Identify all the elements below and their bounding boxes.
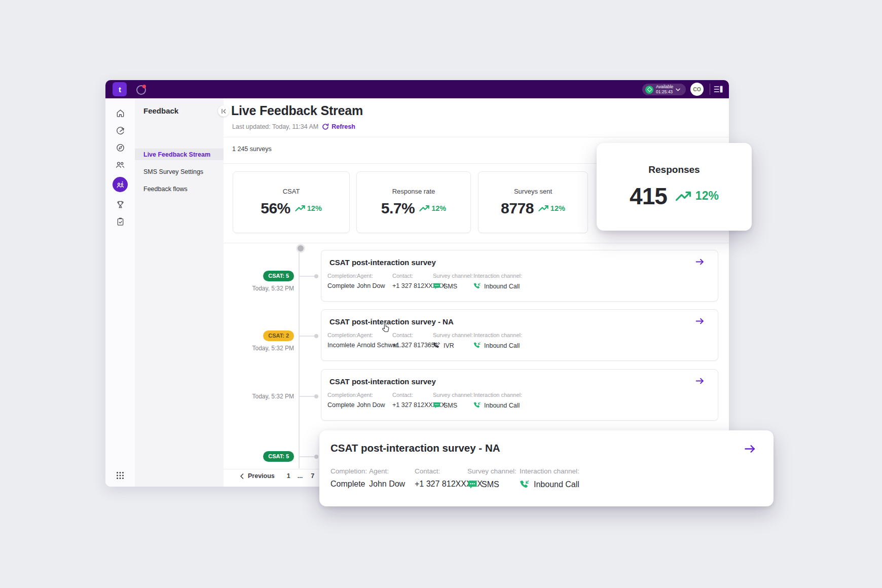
survey-card-title: CSAT post-interaction survey — [329, 258, 436, 267]
timeline-time: Today, 5:32 PM — [234, 285, 294, 292]
field-label: Completion: — [327, 273, 357, 279]
field-label: Contact: — [392, 332, 438, 338]
stat-card-surveys-sent[interactable]: Surveys sent 8778 12% — [478, 171, 588, 233]
field-value: John Dow — [357, 282, 385, 289]
panel-menu-icon[interactable] — [714, 85, 723, 93]
timeline-start-dot — [296, 244, 305, 253]
field-value: +1 327 8173651 — [392, 342, 438, 349]
field-value: IVR — [444, 342, 454, 349]
stat-trend: 12% — [307, 204, 322, 212]
field-value: Complete — [327, 282, 357, 289]
field-label: Survey channel: — [467, 467, 517, 475]
avatar[interactable]: CO — [690, 83, 704, 96]
field-value: SMS — [482, 480, 499, 489]
stats-divider — [224, 243, 729, 243]
nav-item-sms-survey-settings[interactable]: SMS Survey Settings — [135, 166, 224, 177]
survey-card[interactable]: CSAT post-interaction survey Completion:… — [321, 369, 718, 421]
field-agent: Agent: John Dow — [369, 467, 405, 489]
previous-label: Previous — [248, 472, 275, 480]
field-value: Complete — [327, 401, 357, 409]
previous-page-button[interactable]: Previous — [240, 472, 275, 480]
feedback-icon[interactable] — [113, 177, 128, 192]
clipboard-icon[interactable] — [115, 216, 125, 227]
field-value: John Dow — [357, 401, 385, 409]
timeline-entry: CSAT: 5 — [234, 451, 294, 462]
field-value: Inbound Call — [484, 283, 520, 290]
status-pill[interactable]: Available 01:25:43 — [642, 84, 686, 95]
stat-trend: 12% — [550, 204, 565, 212]
stat-card-response-rate[interactable]: Response rate 5.7% 12% — [356, 171, 471, 233]
arrow-right-icon[interactable] — [744, 443, 756, 455]
stat-card-responses[interactable]: Responses 415 12% — [597, 143, 752, 231]
status-diamond-icon — [645, 86, 653, 94]
sms-icon — [433, 282, 440, 290]
arrow-right-icon[interactable] — [695, 257, 705, 267]
field-contact: Contact: +1 327 8173651 — [392, 332, 438, 349]
stat-value: 8778 — [501, 200, 534, 217]
status-label: Available — [656, 84, 673, 89]
field-value: Inbound Call — [484, 402, 520, 409]
stat-trend: 12% — [695, 189, 719, 203]
trend-up-icon — [295, 205, 305, 212]
field-value: SMS — [444, 402, 457, 409]
timeline-connector-dot — [314, 334, 318, 338]
field-interaction-channel: Interaction channel: Inbound Call — [520, 467, 579, 490]
field-survey-channel: Survey channel: SMS — [467, 467, 517, 490]
refresh-label: Refresh — [332, 123, 355, 130]
header-divider — [224, 137, 729, 137]
stat-card-csat[interactable]: CSAT 56% 12% — [233, 171, 350, 233]
survey-card[interactable]: CSAT post-interaction survey - NA Comple… — [321, 309, 718, 361]
field-value: SMS — [444, 283, 457, 290]
dashboard-icon[interactable] — [115, 125, 125, 135]
nav-item-live-feedback-stream[interactable]: Live Feedback Stream — [135, 149, 224, 160]
last-updated-row: Last updated: Today, 11:34 AM Refresh — [232, 123, 355, 130]
compass-icon[interactable] — [115, 142, 125, 153]
surveys-count: 1 245 surveys — [232, 145, 272, 153]
field-label: Completion: — [327, 332, 357, 338]
field-label: Agent: — [357, 392, 385, 398]
ivr-phone-icon — [433, 342, 440, 349]
talkdesk-logo[interactable]: t — [113, 82, 127, 96]
timeline-time: Today, 5:32 PM — [234, 393, 294, 400]
inbound-call-icon — [473, 282, 481, 290]
timeline-connector-dot — [314, 394, 318, 398]
field-agent: Agent: John Dow — [357, 273, 385, 289]
cursor-pointer-icon — [381, 322, 390, 333]
field-completion: Completion: Complete — [330, 467, 367, 489]
logo-text: t — [119, 85, 121, 94]
field-agent: Agent: John Dow — [357, 392, 385, 409]
page-title: Live Feedback Stream — [231, 103, 363, 118]
nav-item-feedback-flows[interactable]: Feedback flows — [135, 183, 224, 195]
field-survey-channel: Survey channel: SMS — [433, 273, 473, 290]
arrow-right-icon[interactable] — [695, 316, 705, 326]
collapse-panel-icon[interactable] — [218, 105, 229, 117]
nav-panel-title: Feedback — [143, 106, 178, 115]
contacts-icon[interactable] — [115, 160, 125, 170]
home-icon[interactable] — [115, 108, 125, 118]
stat-trend: 12% — [431, 204, 446, 212]
field-interaction-channel: Interaction channel: Inbound Call — [473, 392, 522, 409]
field-label: Interaction channel: — [473, 273, 522, 279]
sms-icon — [433, 401, 440, 409]
arrow-right-icon[interactable] — [695, 376, 705, 386]
field-label: Survey channel: — [433, 273, 473, 279]
icon-rail — [105, 98, 135, 487]
field-survey-channel: Survey channel: SMS — [433, 392, 473, 409]
stat-label: CSAT — [283, 188, 300, 195]
trophy-icon[interactable] — [115, 199, 125, 209]
survey-card-title: CSAT post-interaction survey — [329, 377, 436, 386]
field-value: Incomlete — [327, 342, 357, 349]
field-interaction-channel: Interaction channel: Inbound Call — [473, 273, 522, 290]
field-label: Completion: — [327, 392, 357, 398]
survey-card[interactable]: CSAT post-interaction survey Completion:… — [321, 250, 718, 302]
refresh-button[interactable]: Refresh — [322, 123, 355, 130]
chevron-left-icon — [240, 473, 244, 479]
nav-panel: Feedback Live Feedback Stream SMS Survey… — [135, 98, 224, 487]
avatar-initials: CO — [693, 86, 701, 92]
page-number[interactable]: 1 — [287, 472, 290, 480]
apps-grid-icon[interactable] — [116, 471, 124, 480]
survey-detail-card[interactable]: CSAT post-interaction survey - NA Comple… — [319, 430, 774, 506]
workspace-app-icon[interactable] — [136, 85, 146, 95]
field-label: Completion: — [330, 467, 367, 475]
page-number[interactable]: 7 — [311, 472, 314, 480]
